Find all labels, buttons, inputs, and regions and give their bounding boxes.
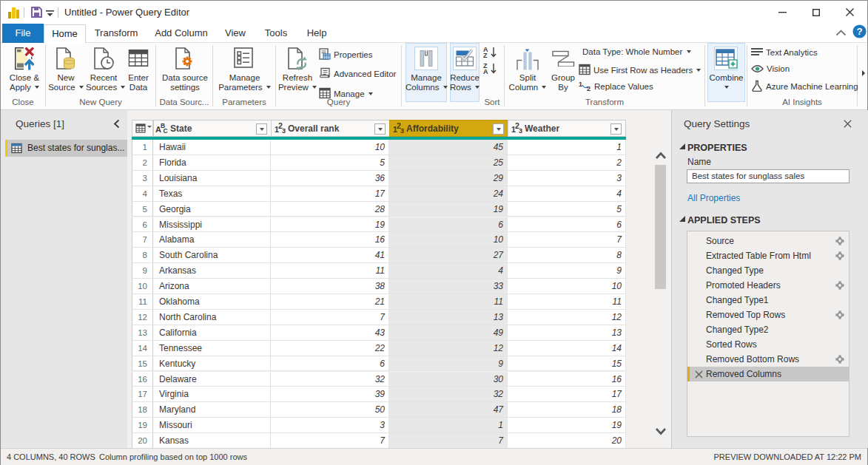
svg-text:2: 2 — [587, 85, 591, 92]
svg-text:?: ? — [856, 26, 862, 37]
svg-text:1: 1 — [579, 81, 582, 88]
